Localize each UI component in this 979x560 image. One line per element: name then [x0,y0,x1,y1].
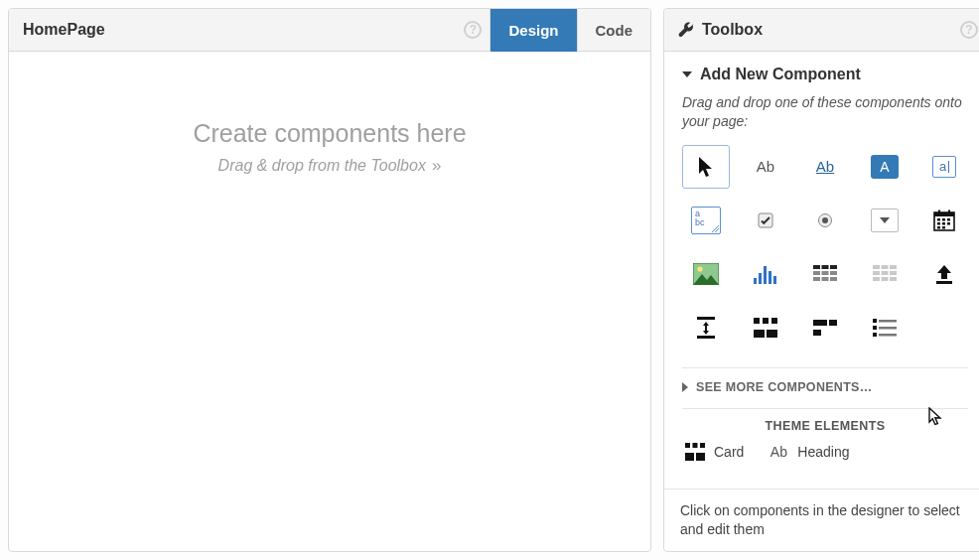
component-checkbox[interactable] [742,199,789,242]
component-column-panel[interactable] [742,306,789,350]
toolbox-section-toggle[interactable]: Add New Component [682,66,968,83]
svg-rect-12 [947,222,950,225]
svg-rect-37 [873,277,880,281]
component-textbox[interactable]: a [920,145,968,189]
heading-icon: Ab [768,444,789,460]
designer-panel: HomePage ? Design Code Create components… [8,8,651,552]
svg-rect-13 [937,226,940,229]
svg-rect-38 [882,277,889,281]
svg-rect-5 [938,210,940,213]
tab-code[interactable]: Code [577,9,651,52]
component-data-grid[interactable] [801,252,849,296]
svg-rect-15 [693,263,719,285]
card-icon [684,443,706,461]
component-chart[interactable] [742,252,789,296]
svg-rect-24 [830,265,837,269]
svg-rect-28 [813,277,820,281]
svg-rect-50 [813,330,821,336]
svg-point-2 [822,217,828,223]
see-more-components[interactable]: SEE MORE COMPONENTS… [682,367,968,394]
svg-rect-25 [813,271,820,275]
svg-rect-43 [754,318,760,324]
toolbox-instructions: Drag and drop one of these components on… [682,93,968,131]
component-dropdown[interactable] [861,199,909,242]
svg-rect-10 [937,222,940,225]
component-repeating-panel[interactable] [861,252,909,296]
svg-rect-60 [685,453,694,461]
canvas-placeholder-title: Create components here [193,119,466,148]
component-label[interactable]: Ab [742,145,789,189]
svg-rect-59 [700,443,705,448]
svg-rect-51 [873,319,877,323]
caret-down-icon [682,71,692,77]
svg-rect-35 [882,271,889,275]
component-radio[interactable] [801,199,849,242]
tab-design[interactable]: Design [490,9,576,52]
design-canvas[interactable]: Create components here Drag & drop from … [9,52,650,551]
svg-rect-27 [830,271,837,275]
svg-rect-29 [822,277,829,281]
svg-rect-0 [759,213,772,227]
svg-rect-20 [769,271,771,284]
toolbox-panel: Toolbox ? Add New Component Drag and dro… [663,8,979,552]
svg-rect-3 [934,212,954,230]
component-rich-text[interactable] [861,306,909,350]
svg-rect-42 [697,336,715,339]
svg-rect-19 [764,266,767,284]
svg-rect-14 [942,226,945,229]
svg-rect-17 [754,278,757,284]
component-spacer[interactable] [682,306,730,350]
component-flow-panel[interactable] [801,306,849,350]
component-pointer[interactable] [682,145,730,189]
svg-rect-31 [873,265,880,269]
component-image[interactable] [682,252,730,296]
toolbox-footer-hint: Click on components in the designer to s… [664,489,979,551]
svg-rect-26 [822,271,829,275]
svg-rect-8 [942,218,945,221]
svg-rect-11 [942,222,945,225]
svg-rect-40 [936,281,952,284]
svg-rect-61 [696,453,705,461]
svg-rect-41 [697,317,715,320]
theme-item-card[interactable]: Card [684,443,744,461]
wrench-icon [678,22,694,38]
svg-point-16 [697,266,702,271]
svg-rect-44 [763,318,769,324]
svg-rect-56 [879,334,897,337]
svg-rect-58 [693,443,698,448]
help-icon[interactable]: ? [960,21,978,39]
svg-point-1 [819,213,832,226]
svg-rect-55 [879,327,897,330]
svg-rect-33 [890,265,897,269]
svg-rect-30 [830,277,837,281]
svg-rect-47 [767,330,777,338]
svg-rect-4 [934,212,954,216]
component-button[interactable]: A [861,145,909,189]
canvas-placeholder-sub: Drag & drop from the Toolbox [218,156,442,176]
theme-elements-header: THEME ELEMENTS [682,408,968,433]
help-icon[interactable]: ? [464,21,482,39]
component-textarea[interactable]: abc [682,199,730,242]
theme-item-heading[interactable]: Ab Heading [768,444,849,460]
view-tabs: Design Code [490,9,650,51]
svg-rect-6 [948,210,950,213]
svg-rect-53 [873,333,877,337]
component-link[interactable]: Ab [801,145,849,189]
svg-rect-7 [937,218,940,221]
svg-rect-45 [771,318,777,324]
svg-rect-18 [759,273,762,284]
svg-rect-23 [822,265,829,269]
svg-rect-49 [829,320,837,326]
svg-rect-36 [890,271,897,275]
svg-rect-34 [873,271,880,275]
component-datepicker[interactable] [920,199,968,242]
svg-rect-57 [685,443,690,448]
caret-right-icon [682,382,688,392]
svg-rect-39 [890,277,897,281]
svg-rect-21 [773,276,776,284]
page-title: HomePage [23,21,105,39]
svg-rect-48 [813,320,827,326]
svg-rect-54 [879,320,897,323]
component-file-upload[interactable] [920,252,968,296]
svg-rect-9 [947,218,950,221]
